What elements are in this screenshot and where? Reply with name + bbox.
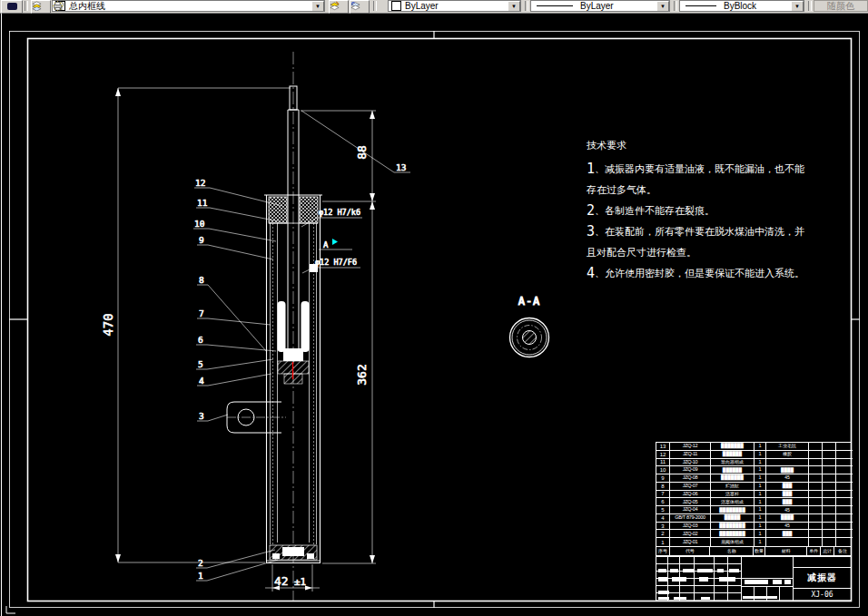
tech-line-text: 且对配合尺寸进行检查。 — [587, 247, 696, 258]
tech-line-text: 存在过多气体。 — [587, 184, 656, 195]
parts-cell-c8 — [836, 498, 853, 505]
parts-cell-mat-header: 材料 — [765, 547, 808, 555]
parts-cell-qty: 1 — [755, 459, 766, 466]
parts-cell-name: █████ — [711, 514, 755, 522]
parts-cell-c7 — [823, 459, 836, 466]
make-object-layer-current-button[interactable] — [329, 0, 349, 14]
parts-cell-c8 — [836, 466, 853, 474]
layer-combo[interactable]: 总内框线 ▼ — [52, 0, 325, 12]
parts-cell-n: 4 — [656, 514, 670, 522]
parts-cell-code: JZQ-03 — [670, 523, 711, 530]
parts-table-body: 13JZQ-12███████1工业毛毡12JZQ-11██████1橡胶11J… — [656, 442, 852, 547]
plotstyle-combo-value: 随颜色 — [827, 0, 854, 12]
parts-cell-n: 5 — [656, 506, 670, 513]
parts-cell-n: 2 — [656, 530, 670, 537]
tech-line-text: 、允许使用密封胶，但是要保证不能进入系统。 — [595, 268, 804, 279]
linetype-combo-value: ByLayer — [580, 1, 614, 11]
illegible-text — [658, 569, 666, 572]
parts-cell-name: ███████ — [711, 443, 755, 450]
parts-cell-c8-header: 备注 — [834, 547, 851, 555]
section-view-label: A-A — [518, 295, 541, 308]
parts-cell-mat: 45 — [766, 523, 809, 530]
parts-cell-code: JZQ-12 — [670, 443, 711, 450]
parts-cell-c7 — [823, 491, 836, 498]
toolbar-separator — [808, 1, 812, 11]
parts-cell-qty: 1 — [755, 498, 766, 505]
svg-text:6: 6 — [198, 335, 203, 345]
parts-cell-qty: 1 — [755, 523, 766, 530]
parts-cell-c6 — [809, 466, 823, 474]
parts-cell-c6 — [809, 538, 823, 546]
illegible-text — [658, 591, 669, 594]
linetype-combo[interactable]: ByLayer ▼ — [530, 0, 670, 12]
parts-cell-name: 贮油缸 — [711, 483, 755, 490]
parts-cell-n: 10 — [656, 466, 670, 474]
docked-toolbar-button[interactable] — [1, 0, 23, 14]
illegible-text — [773, 580, 782, 584]
parts-cell-c8 — [836, 483, 853, 490]
linetype-combo-arrow[interactable]: ▼ — [656, 1, 669, 12]
technical-requirements: 技术要求 1、减振器内要有适量油液，既不能漏油，也不能 存在过多气体。 2、各制… — [587, 139, 863, 286]
parts-cell-c7-header: 总计 — [821, 547, 834, 555]
fit-text-upper: φ12 H7/k6 — [319, 208, 360, 217]
illegible-text — [701, 597, 710, 600]
parts-cell-c6 — [809, 491, 823, 498]
parts-cell-n: 8 — [656, 483, 670, 490]
parts-cell-code: JZQ-09 — [670, 466, 711, 474]
parts-list: 13JZQ-12███████1工业毛毡12JZQ-11██████1橡胶11J… — [656, 442, 852, 556]
parts-cell-c6 — [809, 506, 823, 513]
parts-cell-c7 — [823, 451, 836, 458]
parts-cell-n-header: 序号 — [656, 547, 670, 555]
parts-cell-mat: ███ — [766, 498, 809, 505]
parts-cell-c6 — [809, 514, 823, 522]
parts-cell-code: JZQ-05 — [670, 498, 711, 505]
parts-cell-name: 底阀体组成 — [711, 538, 755, 546]
illegible-text — [745, 580, 768, 584]
illegible-text — [683, 569, 695, 572]
color-combo-arrow[interactable]: ▼ — [508, 1, 520, 12]
parts-cell-n: 12 — [656, 451, 670, 458]
lineweight-combo[interactable]: ByBlock ▼ — [679, 0, 804, 12]
parts-row: 11JZQ-10导向器组成1 — [656, 459, 853, 467]
parts-cell-c8 — [836, 451, 853, 458]
svg-text:12: 12 — [195, 178, 205, 188]
parts-cell-c6 — [809, 523, 823, 530]
parts-cell-code: JZQ-01 — [670, 538, 711, 546]
parts-cell-code-header: 代号 — [670, 547, 711, 555]
cad-window: 470 88 362 42 ±1 — [0, 0, 868, 616]
parts-cell-code: JZQ-10 — [670, 459, 711, 466]
tech-line-text: 、减振器内要有适量油液，既不能漏油，也不能 — [595, 163, 804, 174]
tech-line-number: 4 — [587, 265, 595, 281]
tech-requirements-title: 技术要求 — [587, 139, 863, 161]
parts-row: 3JZQ-03████████145 — [656, 523, 853, 531]
layer-properties-button[interactable] — [31, 0, 51, 14]
parts-cell-code: JZQ-02 — [670, 530, 711, 537]
parts-cell-qty: 1 — [755, 443, 766, 450]
svg-text:7: 7 — [199, 308, 204, 318]
parts-row: 4GB/T 879-2000█████1████ — [656, 514, 853, 523]
parts-cell-code: JZQ-04 — [670, 506, 711, 513]
parts-cell-c6-header: 单件 — [807, 547, 821, 555]
layers-icon — [32, 1, 42, 11]
layer-combo-arrow[interactable]: ▼ — [311, 1, 324, 12]
illegible-text — [674, 597, 686, 600]
illegible-text — [670, 569, 678, 572]
illegible-text — [729, 569, 739, 572]
parts-cell-qty: 1 — [755, 538, 766, 546]
parts-cell-c8 — [836, 530, 853, 537]
fit-text-lower: φ12 H7/F6 — [315, 258, 357, 267]
parts-cell-mat: ███ — [766, 491, 809, 498]
parts-cell-name: 活塞杆 — [711, 491, 755, 498]
parts-cell-c6 — [809, 498, 823, 505]
svg-text:8: 8 — [199, 275, 204, 285]
toolbar-separator — [674, 1, 677, 11]
lineweight-combo-arrow[interactable]: ▼ — [791, 1, 804, 12]
layer-previous-button[interactable] — [350, 0, 370, 14]
parts-cell-mat: ███ — [766, 483, 809, 490]
linetype-sample-icon — [537, 5, 573, 6]
parts-cell-c8 — [836, 474, 853, 482]
properties-toolbar: 总内框线 ▼ ByLayer ▼ ByLayer ▼ ByBlock ▼ 随 — [0, 0, 868, 14]
parts-cell-mat: ████ — [766, 466, 809, 474]
tech-line-number: 2 — [587, 202, 595, 219]
color-combo[interactable]: ByLayer ▼ — [388, 0, 521, 12]
